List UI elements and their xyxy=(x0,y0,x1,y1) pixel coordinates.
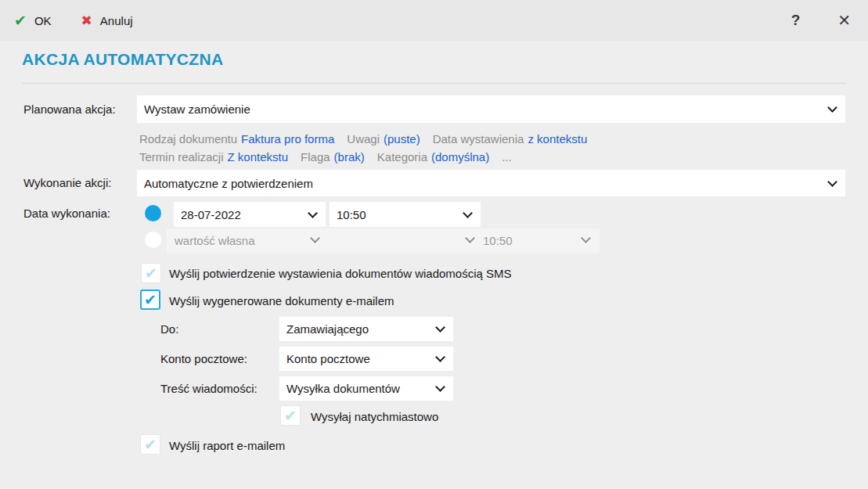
send-email-checkbox[interactable]: ✔ xyxy=(140,289,160,310)
toolbar: ✔ OK ✖ Anuluj ? ✕ xyxy=(0,0,868,41)
execution-date-label: Data wykonania: xyxy=(23,207,110,220)
radio-specific-date[interactable] xyxy=(145,205,161,221)
ok-button[interactable]: ✔ OK xyxy=(9,10,56,31)
mail-account-value: Konto pocztowe xyxy=(286,352,370,365)
date-value: 28-07-2022 xyxy=(181,208,241,221)
action-params-line2[interactable]: Termin realizacjiZ kontekstuFlaga(brak)K… xyxy=(139,150,524,164)
to-value: Zamawiającego xyxy=(286,322,369,336)
chevron-down-icon xyxy=(435,322,445,333)
chevron-down-icon xyxy=(463,208,473,218)
custom-time-select[interactable]: 10:50 xyxy=(483,234,513,247)
custom-value-row: wartość własna 10:50 xyxy=(167,228,600,253)
check-icon: ✔ xyxy=(144,293,157,307)
cancel-button-label: Anuluj xyxy=(100,14,133,27)
time-select[interactable]: 10:50 xyxy=(330,202,481,227)
send-immediately-label: Wysyłaj natychmiastowo xyxy=(311,410,438,423)
chevron-down-icon xyxy=(827,102,837,113)
send-immediately-checkbox[interactable]: ✔ xyxy=(280,405,301,426)
chevron-down-icon xyxy=(435,382,445,392)
action-execution-select[interactable]: Automatyczne z potwierdzeniem xyxy=(137,170,845,196)
check-icon: ✔ xyxy=(144,437,157,452)
mail-account-select[interactable]: Konto pocztowe xyxy=(279,347,453,371)
ok-button-label: OK xyxy=(34,14,52,27)
message-body-label: Treść wiadomości: xyxy=(160,382,258,395)
action-execution-label: Wykonanie akcji: xyxy=(23,176,111,189)
to-select[interactable]: Zamawiającego xyxy=(279,317,453,341)
send-report-label: Wyślij raport e-mailem xyxy=(169,439,285,452)
time-value: 10:50 xyxy=(337,208,366,221)
message-body-select[interactable]: Wysyłka dokumentów xyxy=(279,376,453,401)
help-icon[interactable]: ? xyxy=(783,9,809,32)
chevron-down-icon xyxy=(827,177,837,187)
to-label: Do: xyxy=(160,322,178,336)
mail-account-label: Konto pocztowe: xyxy=(160,352,247,365)
title-divider xyxy=(22,83,846,84)
check-icon: ✔ xyxy=(145,266,157,281)
planned-action-label: Planowana akcja: xyxy=(23,102,116,116)
cancel-button[interactable]: ✖ Anuluj xyxy=(77,11,138,31)
check-icon: ✔ xyxy=(284,408,297,423)
send-report-checkbox[interactable]: ✔ xyxy=(140,434,160,455)
chevron-down-icon xyxy=(465,233,475,243)
chevron-down-icon xyxy=(308,208,318,218)
custom-value-select[interactable]: wartość własna xyxy=(175,234,255,247)
action-execution-value: Automatyczne z potwierdzeniem xyxy=(144,177,313,190)
page-title: AKCJA AUTOMATYCZNA xyxy=(22,50,223,69)
message-body-value: Wysyłka dokumentów xyxy=(286,382,400,395)
sms-confirmation-checkbox[interactable]: ✔ xyxy=(141,263,161,283)
planned-action-select[interactable]: Wystaw zamówienie xyxy=(137,95,845,123)
automatic-action-dialog: ✔ OK ✖ Anuluj ? ✕ AKCJA AUTOMATYCZNA Pla… xyxy=(0,0,868,489)
send-email-label: Wyślij wygenerowane dokumenty e-mailem xyxy=(169,294,394,307)
chevron-down-icon xyxy=(310,233,320,243)
chevron-down-icon xyxy=(581,233,591,243)
planned-action-value: Wystaw zamówienie xyxy=(144,102,250,116)
close-icon[interactable]: ✕ xyxy=(830,8,859,33)
date-select[interactable]: 28-07-2022 xyxy=(174,202,326,227)
cancel-x-icon: ✖ xyxy=(81,14,92,27)
toolbar-right: ? ✕ xyxy=(783,0,868,41)
action-params-line1[interactable]: Rodzaj dokumentuFaktura pro formaUwagi(p… xyxy=(139,132,600,146)
sms-confirmation-label: Wyślij potwierdzenie wystawienia dokumen… xyxy=(169,267,512,280)
radio-custom-value[interactable] xyxy=(145,232,161,248)
chevron-down-icon xyxy=(435,352,445,362)
ok-check-icon: ✔ xyxy=(14,13,27,28)
